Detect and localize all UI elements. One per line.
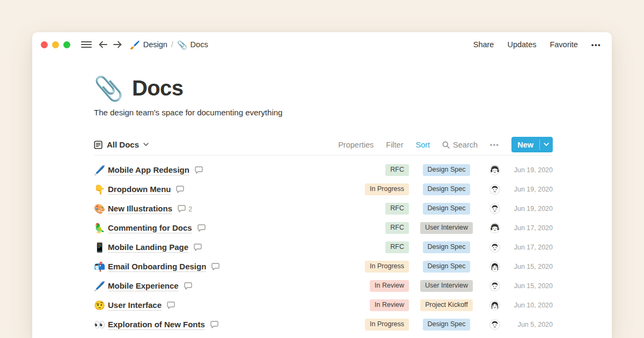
doc-title-link[interactable]: User Interface: [108, 300, 162, 311]
type-tag[interactable]: Project Kickoff: [420, 299, 473, 311]
breadcrumb: 🖌️ Design / 📎 Docs: [130, 40, 208, 49]
forward-arrow-icon[interactable]: [113, 40, 122, 49]
breadcrumb-separator: /: [171, 40, 173, 49]
doc-date: Jun 5, 2020: [506, 321, 553, 328]
doc-title-link[interactable]: Commenting for Docs: [108, 223, 192, 233]
new-button[interactable]: New: [511, 137, 553, 152]
type-tag[interactable]: Design Spec: [423, 261, 471, 273]
type-tag[interactable]: Design Spec: [423, 164, 471, 176]
comment-bubble-icon: [178, 205, 186, 212]
list-view-icon: [94, 141, 103, 149]
type-tag[interactable]: User Interview: [420, 222, 473, 234]
doc-emoji-icon: 👇: [94, 185, 108, 194]
status-tag[interactable]: In Review: [370, 299, 409, 311]
sort-button[interactable]: Sort: [416, 141, 430, 149]
doc-title-link[interactable]: Email Onboarding Design: [108, 262, 206, 272]
comment-count[interactable]: [176, 186, 187, 193]
filter-button[interactable]: Filter: [386, 141, 403, 149]
table-row[interactable]: 📱 Mobile Landing Page RFC Design Spec Ju…: [94, 238, 553, 257]
comment-count[interactable]: [211, 263, 222, 270]
type-tag[interactable]: Design Spec: [423, 183, 471, 195]
table-row[interactable]: 🖊️ Mobile App Redesign RFC Design Spec J…: [94, 160, 553, 180]
type-tag[interactable]: Design Spec: [423, 203, 471, 215]
table-row[interactable]: 🤨 User Interface In Review Project Kicko…: [94, 296, 553, 315]
doc-date: Jun 19, 2020: [506, 205, 553, 212]
doc-emoji-icon: 🎨: [94, 204, 108, 214]
zoom-window-icon[interactable]: [63, 41, 70, 48]
doc-title-link[interactable]: New Illustrations: [108, 204, 172, 214]
doc-emoji-icon: 📬: [94, 262, 108, 271]
doc-title-link[interactable]: Exploration of New Fonts: [108, 320, 205, 330]
type-tag[interactable]: Design Spec: [423, 319, 471, 330]
breadcrumb-item-design[interactable]: 🖌️ Design: [130, 40, 167, 49]
status-tag[interactable]: In Progress: [365, 319, 409, 330]
comment-count[interactable]: 2: [178, 205, 192, 213]
app-window: 🖌️ Design / 📎 Docs Share Updates Favorit…: [32, 32, 612, 338]
properties-button[interactable]: Properties: [338, 141, 374, 149]
doc-date: Jun 17, 2020: [506, 224, 553, 232]
comment-bubble-icon: [197, 224, 206, 232]
avatar: [489, 203, 500, 214]
breadcrumb-label: Docs: [191, 40, 208, 49]
avatar: [489, 165, 500, 175]
comment-count-number: 2: [188, 205, 192, 213]
type-tag[interactable]: User Interview: [420, 280, 473, 292]
comment-count[interactable]: [210, 321, 221, 328]
doc-date: Jun 15, 2020: [506, 263, 553, 270]
view-switcher[interactable]: All Docs: [94, 140, 149, 149]
comment-count[interactable]: [195, 166, 206, 174]
close-window-icon[interactable]: [41, 41, 48, 48]
new-chevron-down-icon[interactable]: [540, 137, 553, 152]
updates-button[interactable]: Updates: [507, 40, 536, 49]
table-row[interactable]: 👀 Exploration of New Fonts In Progress D…: [94, 315, 553, 334]
comment-count[interactable]: [184, 282, 195, 290]
search-label: Search: [453, 141, 478, 149]
breadcrumb-label: Design: [143, 40, 167, 49]
table-row[interactable]: 👇 Dropdown Menu In Progress Design Spec …: [94, 180, 553, 199]
comment-count[interactable]: [197, 224, 208, 232]
status-tag[interactable]: RFC: [385, 241, 409, 253]
favorite-button[interactable]: Favorite: [550, 40, 577, 49]
page-title: Docs: [132, 76, 183, 100]
comment-bubble-icon: [184, 282, 192, 290]
comment-bubble-icon: [195, 166, 203, 174]
status-tag[interactable]: In Review: [370, 280, 409, 292]
status-tag[interactable]: RFC: [385, 164, 409, 176]
share-button[interactable]: Share: [473, 40, 494, 49]
minimize-window-icon[interactable]: [52, 41, 59, 48]
table-row[interactable]: 🖊️ Mobile Experience In Review User Inte…: [94, 276, 553, 296]
comment-count[interactable]: [167, 302, 178, 309]
comment-bubble-icon: [167, 302, 175, 309]
back-arrow-icon[interactable]: [98, 40, 108, 49]
status-tag[interactable]: In Progress: [365, 261, 409, 273]
doc-title-link[interactable]: Mobile Landing Page: [108, 243, 188, 253]
breadcrumb-item-docs[interactable]: 📎 Docs: [177, 40, 208, 49]
page-paperclip-icon: 📎: [94, 77, 123, 100]
avatar: [489, 319, 500, 330]
view-name: All Docs: [107, 140, 139, 149]
sidebar-menu-icon[interactable]: [81, 41, 92, 48]
search-button[interactable]: Search: [442, 141, 478, 149]
table-row[interactable]: 🦜 Commenting for Docs RFC User Interview…: [94, 218, 553, 238]
doc-date: Jun 19, 2020: [506, 166, 553, 174]
comment-count[interactable]: [194, 244, 204, 251]
status-tag[interactable]: RFC: [385, 222, 409, 234]
page-subtitle: The design team's space for documenting …: [94, 108, 553, 117]
avatar: [489, 281, 500, 291]
table-row[interactable]: 🎨 New Illustrations 2 RFC Design Spec Ju…: [94, 199, 553, 218]
doc-title-link[interactable]: Mobile App Redesign: [108, 165, 189, 175]
doc-emoji-icon: 🖊️: [94, 166, 108, 175]
paintbrush-icon: 🖌️: [130, 41, 140, 49]
type-tag[interactable]: Design Spec: [423, 241, 471, 253]
doc-title-link[interactable]: Mobile Experience: [108, 281, 179, 291]
toolbar-more-icon[interactable]: •••: [490, 141, 499, 149]
doc-emoji-icon: 👀: [94, 320, 108, 329]
table-row[interactable]: 📬 Email Onboarding Design In Progress De…: [94, 257, 553, 276]
status-tag[interactable]: In Progress: [365, 183, 409, 195]
more-options-icon[interactable]: •••: [591, 41, 601, 49]
doc-title-link[interactable]: Dropdown Menu: [108, 185, 171, 195]
doc-emoji-icon: 📱: [94, 243, 108, 252]
status-tag[interactable]: RFC: [385, 203, 409, 215]
comment-bubble-icon: [176, 186, 184, 193]
comment-bubble-icon: [210, 321, 218, 328]
